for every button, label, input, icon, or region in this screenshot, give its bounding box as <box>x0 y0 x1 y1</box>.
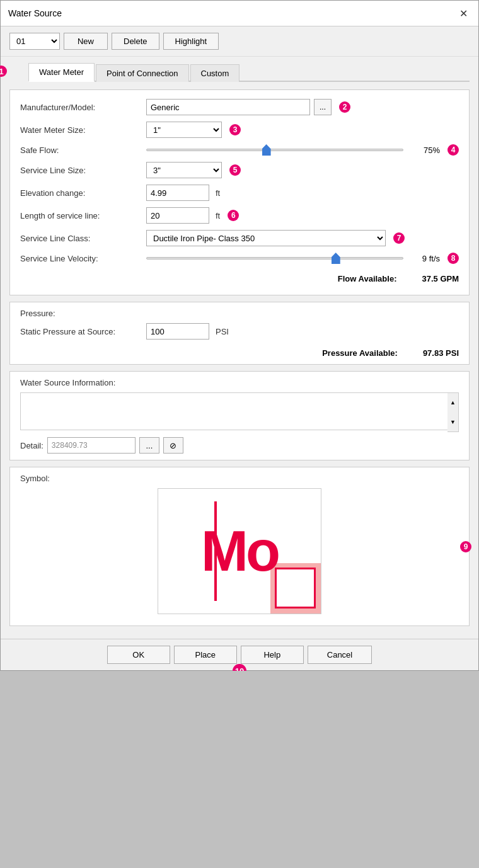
dialog-title: Water Source <box>8 8 62 18</box>
velocity-slider: 9 ft/s <box>146 253 440 264</box>
symbol-title: Symbol: <box>20 474 459 483</box>
badge-6: 6 <box>228 210 239 221</box>
pressure-available-row: Pressure Available: 97.83 PSI <box>20 346 459 358</box>
symbol-section: Symbol: Mo 9 <box>9 467 470 626</box>
water-meter-size-label: Water Meter Size: <box>20 125 146 135</box>
service-line-class-control: Ductile Iron Pipe- Class 350 7 <box>146 230 459 246</box>
badge-9: 9 <box>460 541 471 552</box>
detail-row: Detail: ... ⊘ <box>20 437 459 454</box>
manufacturer-input[interactable] <box>146 99 310 115</box>
info-textarea[interactable] <box>20 392 459 430</box>
service-line-size-row: Service Line Size: 3" 5 <box>20 162 459 178</box>
detail-label: Detail: <box>20 441 43 450</box>
length-service-control: ft 6 <box>146 207 459 224</box>
flow-available-label: Flow Available: <box>338 274 397 283</box>
service-line-size-label: Service Line Size: <box>20 166 146 175</box>
static-pressure-control: PSI <box>146 323 459 340</box>
pressure-section: Pressure: Static Pressure at Source: PSI… <box>9 302 470 365</box>
detail-clock-button[interactable]: ⊘ <box>163 437 183 454</box>
title-bar: Water Source ✕ <box>1 1 478 26</box>
tab-water-meter[interactable]: Water Meter <box>28 63 95 82</box>
manufacturer-label: Manufacturer/Model: <box>20 103 146 112</box>
water-source-dialog: Water Source ✕ 01 New Delete Highlight 1… <box>0 0 479 671</box>
pressure-title: Pressure: <box>20 309 459 318</box>
service-line-class-label: Service Line Class: <box>20 234 146 243</box>
elevation-unit: ft <box>216 188 220 198</box>
tab-custom[interactable]: Custom <box>190 64 240 82</box>
static-pressure-input[interactable] <box>146 323 209 340</box>
ok-button[interactable]: OK <box>107 646 170 664</box>
detail-input[interactable] <box>47 437 136 454</box>
badge-2: 2 <box>339 101 350 113</box>
service-line-velocity-row: Service Line Velocity: 9 ft/s 8 <box>20 253 459 264</box>
scroll-buttons: ▲ ▼ <box>447 392 459 432</box>
delete-button[interactable]: Delete <box>112 33 159 50</box>
service-line-size-control: 3" 5 <box>146 162 459 178</box>
symbol-text: Mo <box>201 519 278 584</box>
help-button[interactable]: Help <box>241 646 304 664</box>
length-service-label: Length of service line: <box>20 211 146 220</box>
water-meter-size-row: Water Meter Size: 1" 3 <box>20 122 459 138</box>
close-button[interactable]: ✕ <box>456 6 471 21</box>
elevation-change-input[interactable] <box>146 185 209 201</box>
content-area: 1 Water Meter Point of Connection Custom… <box>1 57 478 639</box>
safe-flow-value: 75% <box>408 146 440 155</box>
service-line-size-select[interactable]: 3" <box>146 162 222 178</box>
source-id-select[interactable]: 01 <box>9 33 60 50</box>
length-service-row: Length of service line: ft 6 <box>20 207 459 224</box>
safe-flow-slider: 75% <box>146 144 440 156</box>
badge-8: 8 <box>447 253 459 264</box>
highlight-button[interactable]: Highlight <box>163 33 219 50</box>
static-pressure-label: Static Pressure at Source: <box>20 327 146 336</box>
place-button[interactable]: Place <box>174 646 237 664</box>
static-pressure-row: Static Pressure at Source: PSI <box>20 323 459 340</box>
badge-10: 10 <box>233 664 246 671</box>
service-line-class-select[interactable]: Ductile Iron Pipe- Class 350 <box>146 230 386 246</box>
water-meter-size-control: 1" 3 <box>146 122 459 138</box>
water-meter-size-select[interactable]: 1" <box>146 122 222 138</box>
manufacturer-control: ... 2 <box>146 99 459 115</box>
safe-flow-row: Safe Flow: 75% 4 <box>20 144 459 156</box>
badge-4: 4 <box>447 144 459 156</box>
flow-available-row: Flow Available: 37.5 GPM <box>20 270 459 286</box>
info-section: Water Source Information: ▲ ▼ Detail: ..… <box>9 371 470 460</box>
velocity-value: 9 ft/s <box>408 254 440 263</box>
elevation-change-row: Elevation change: ft <box>20 185 459 201</box>
symbol-preview: Mo <box>158 488 321 614</box>
velocity-track[interactable] <box>146 253 403 264</box>
length-unit: ft <box>216 211 220 220</box>
length-service-input[interactable] <box>146 207 209 224</box>
elevation-change-control: ft <box>146 185 459 201</box>
cancel-button[interactable]: Cancel <box>308 646 372 664</box>
water-meter-section: Manufacturer/Model: ... 2 Water Meter Si… <box>9 89 470 295</box>
safe-flow-track[interactable] <box>146 144 403 156</box>
manufacturer-row: Manufacturer/Model: ... 2 <box>20 99 459 115</box>
velocity-thumb[interactable] <box>332 253 340 264</box>
pressure-available-label: Pressure Available: <box>322 348 398 358</box>
scroll-up-button[interactable]: ▲ <box>447 393 458 413</box>
pressure-available-value: 97.83 PSI <box>423 348 459 358</box>
tab-poc[interactable]: Point of Connection <box>96 64 188 82</box>
safe-flow-label: Safe Flow: <box>20 146 146 155</box>
new-button[interactable]: New <box>64 33 108 50</box>
safe-flow-thumb[interactable] <box>262 144 271 156</box>
info-title: Water Source Information: <box>20 378 459 387</box>
scroll-down-button[interactable]: ▼ <box>447 413 458 432</box>
badge-1: 1 <box>0 66 7 77</box>
tab-bar: Water Meter Point of Connection Custom <box>28 63 470 82</box>
badge-7: 7 <box>393 232 405 244</box>
detail-dots-button[interactable]: ... <box>139 437 159 454</box>
static-pressure-unit: PSI <box>216 327 229 336</box>
service-line-velocity-control: 9 ft/s 8 <box>146 253 459 264</box>
toolbar: 01 New Delete Highlight <box>1 26 478 57</box>
footer: OK Place Help Cancel 10 <box>1 639 478 670</box>
flow-available-value: 37.5 GPM <box>422 274 459 283</box>
service-line-class-row: Service Line Class: Ductile Iron Pipe- C… <box>20 230 459 246</box>
tab-container: 1 Water Meter Point of Connection Custom <box>9 63 470 82</box>
badge-5: 5 <box>229 164 241 176</box>
badge-3: 3 <box>229 124 241 135</box>
manufacturer-dots-button[interactable]: ... <box>314 99 332 115</box>
elevation-change-label: Elevation change: <box>20 188 146 198</box>
info-textarea-wrapper: ▲ ▼ <box>20 392 459 432</box>
safe-flow-control: 75% 4 <box>146 144 459 156</box>
